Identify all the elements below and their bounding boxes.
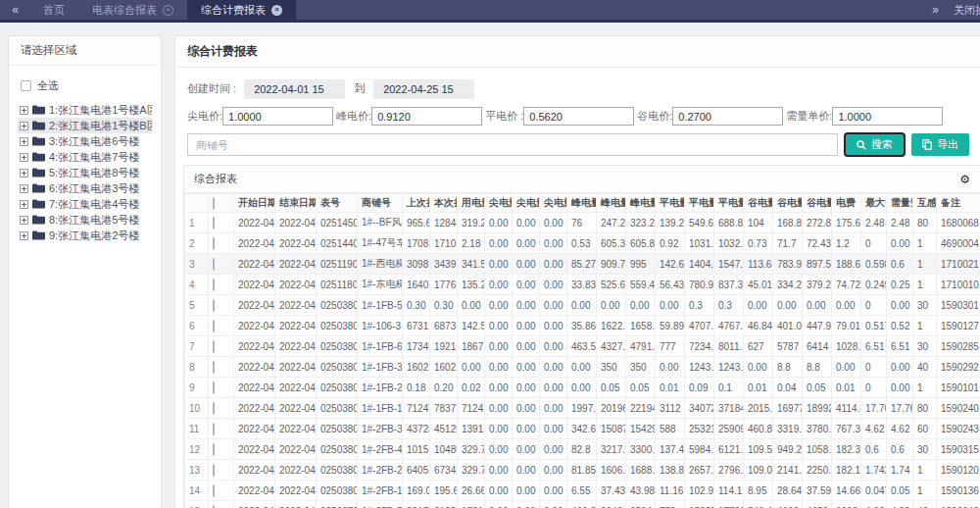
tab-首页[interactable]: 首页 — [29, 0, 78, 20]
tree-expand-icon[interactable] — [20, 169, 28, 178]
tab-close-icon[interactable]: × — [163, 5, 173, 16]
table-cell: 2022-04- — [234, 501, 275, 508]
table-cell: 559.46 — [626, 275, 656, 295]
shop-number-input[interactable] — [187, 133, 838, 156]
table-cell: 0.25 — [887, 275, 913, 295]
table-cell: 0.00 — [567, 378, 597, 398]
tabs-scroll-right-icon[interactable]: » — [932, 3, 938, 17]
table-cell: 0.00 — [744, 357, 773, 378]
table-row: 142022-04-2022-04-025038001#-2FB-1169.03… — [185, 481, 980, 501]
table-cell: 182.1 — [832, 460, 861, 481]
table-cell: 2022-04- — [275, 419, 317, 439]
table-cell: 19216. — [430, 336, 458, 357]
date-to-field[interactable]: 2022-04-25 15 — [373, 79, 474, 99]
sidebar-item-area-3[interactable]: 3:张江集电港6号楼 — [18, 133, 152, 149]
tree-expand-icon[interactable] — [20, 137, 28, 146]
row-checkbox[interactable] — [213, 258, 215, 271]
tab-close-icon[interactable]: × — [271, 5, 282, 16]
tabs-scroll-left-icon[interactable]: « — [0, 0, 29, 20]
row-checkbox[interactable] — [213, 484, 215, 497]
sidebar-item-area-7[interactable]: 7:张江集电港4号楼 — [18, 196, 152, 212]
table-settings-gear-icon[interactable]: ⚙ — [959, 174, 970, 185]
table-cell: 1#-2FB-2 — [358, 460, 403, 481]
table-cell: 1590243 — [937, 419, 980, 439]
column-header-峰电量: 峰电量 — [597, 194, 626, 213]
table-cell: 2022-04- — [275, 336, 317, 357]
tree-expand-icon[interactable] — [20, 106, 28, 115]
table-cell: 1590315 — [937, 439, 980, 460]
row-checkbox[interactable] — [213, 361, 215, 374]
tree-expand-icon[interactable] — [20, 122, 28, 130]
sidebar-item-area-4[interactable]: 4:张江集电港7号楼 — [18, 149, 152, 165]
sidebar-item-area-8[interactable]: 8:张江集电港5号楼 — [18, 212, 152, 228]
table-cell: 74.72 — [832, 275, 861, 295]
price-input-4[interactable] — [672, 107, 783, 126]
table-cell: 10480. — [430, 439, 458, 460]
table-cell: 2022-04- — [234, 336, 275, 357]
price-input-3[interactable] — [523, 107, 634, 126]
tree-expand-icon[interactable] — [20, 231, 28, 240]
table-section-header: 综合报表 ⚙ — [184, 166, 980, 193]
tab-电表综合报表[interactable]: 电表综合报表× — [78, 0, 187, 20]
row-checkbox[interactable] — [213, 340, 215, 353]
sidebar-item-area-2[interactable]: 2:张江集电港1号楼B区 — [18, 118, 152, 133]
sidebar-item-area-5[interactable]: 5:张江集电港8号楼 — [18, 165, 152, 180]
tree-item-label: 5:张江集电港8号楼 — [49, 166, 139, 180]
row-checkbox[interactable] — [213, 402, 215, 415]
price-input-2[interactable] — [371, 107, 482, 126]
table-cell: 247.2 — [597, 213, 626, 233]
export-button[interactable]: 导出 — [911, 133, 969, 156]
table-cell: 02503800 — [317, 295, 358, 316]
tree-expand-icon[interactable] — [20, 184, 28, 193]
row-checkbox[interactable] — [213, 505, 215, 508]
row-checkbox[interactable] — [213, 423, 215, 435]
date-range-row: 创建时间 : 2022-04-01 15 到 2022-04-25 15 — [187, 77, 969, 100]
row-checkbox[interactable] — [213, 279, 215, 291]
close-operations-button[interactable]: 关闭操作 — [954, 3, 980, 18]
row-checkbox[interactable] — [213, 464, 215, 477]
sidebar-item-area-1[interactable]: 1:张江集电港1号楼A区 — [18, 102, 152, 118]
table-cell: 76 — [567, 213, 597, 233]
table-cell: 2022-04- — [275, 233, 317, 254]
table-cell: 0.00 — [485, 481, 513, 501]
table-cell: 5984.1 — [685, 439, 714, 460]
tree-item-label: 7:张江集电港4号楼 — [49, 197, 139, 212]
table-cell: 138.8 — [656, 460, 685, 481]
tree-expand-icon[interactable] — [20, 200, 28, 209]
area-tree: 全选 1:张江集电港1号楼A区2:张江集电港1号楼B区3:张江集电港6号楼4:张… — [9, 66, 161, 254]
date-from-field[interactable]: 2022-04-01 15 — [244, 79, 345, 99]
row-checkbox[interactable] — [213, 443, 215, 456]
header-checkbox[interactable] — [213, 197, 215, 210]
table-cell: 965.60 — [403, 213, 430, 233]
table-cell: 113.6 — [744, 254, 773, 275]
row-checkbox[interactable] — [213, 217, 215, 229]
sidebar-item-area-6[interactable]: 6:张江集电港3号楼 — [18, 180, 152, 196]
select-all-checkbox[interactable] — [21, 80, 31, 91]
table-cell: 8.95 — [744, 481, 773, 501]
table-cell: 02503800 — [317, 481, 358, 501]
tree-expand-icon[interactable] — [20, 216, 28, 225]
table-cell: 329.7 — [458, 439, 485, 460]
table-cell: 20196. — [597, 398, 626, 419]
row-checkbox[interactable] — [213, 299, 215, 312]
search-button[interactable]: 搜索 — [844, 132, 906, 157]
table-body: 12022-04-2022-04-025145011#--BF风柜965.601… — [185, 213, 980, 508]
price-input-1[interactable] — [222, 107, 333, 126]
table-cell: 18992. — [803, 398, 832, 419]
row-checkbox[interactable] — [213, 237, 215, 250]
table-cell: 1002.1 — [832, 501, 861, 508]
row-number: 9 — [185, 378, 209, 398]
tree-expand-icon[interactable] — [20, 153, 28, 162]
row-checkbox[interactable] — [213, 320, 215, 332]
price-input-5[interactable] — [832, 107, 943, 126]
sidebar-item-area-9[interactable]: 9:张江集电港2号楼 — [18, 228, 152, 243]
row-checkbox[interactable] — [213, 381, 215, 394]
tab-综合计费报表[interactable]: 综合计费报表× — [187, 0, 296, 20]
table-cell: 525.63 — [597, 275, 626, 295]
table-cell: 1781.2 — [458, 501, 485, 508]
row-checkbox-cell — [209, 398, 234, 419]
table-cell: 3439.7 — [430, 254, 458, 275]
table-cell: 1 — [913, 378, 937, 398]
table-cell: 0.04 — [773, 378, 803, 398]
table-cell: 772 — [656, 501, 685, 508]
